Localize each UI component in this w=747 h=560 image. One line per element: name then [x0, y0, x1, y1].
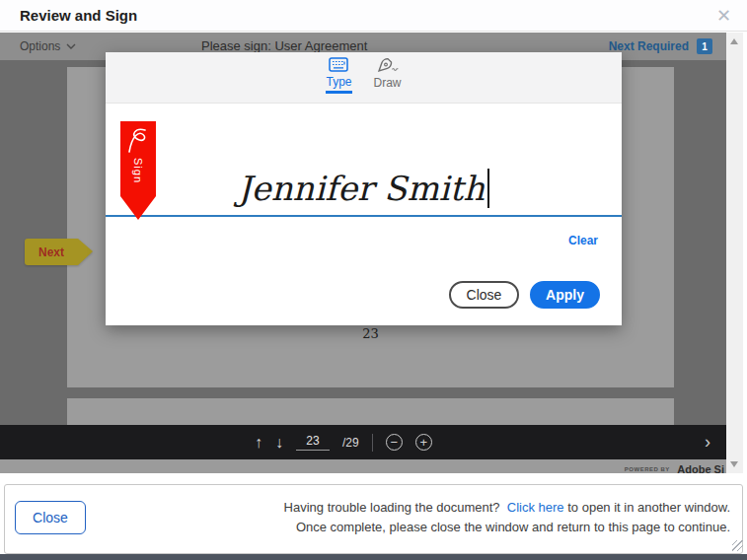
ribbon-point [120, 196, 156, 220]
click-here-link[interactable]: Click here [507, 500, 564, 515]
page-navigation: ↑ ↓ /29 − + [255, 425, 432, 459]
vertical-scrollbar[interactable] [726, 33, 743, 473]
tab-draw[interactable]: Draw [374, 57, 402, 103]
powered-by-strip: POWERED BY Adobe Si [0, 459, 726, 473]
signature-tabs: Type Draw [106, 52, 622, 104]
zoom-in-button[interactable]: + [415, 434, 432, 451]
adobe-logo-icon [125, 126, 151, 156]
options-menu[interactable]: Options [20, 33, 76, 60]
tab-type[interactable]: Type [326, 57, 351, 103]
window-bottom-edge [0, 554, 747, 560]
dialog-close-button[interactable]: Close [449, 281, 519, 309]
text-cursor [487, 169, 489, 208]
next-page-button[interactable]: ↓ [275, 435, 283, 451]
keyboard-icon [329, 57, 348, 72]
signature-dialog: Type Draw Sign Jennifer Smith Clear Clos… [106, 52, 622, 325]
footer-help-text: Having trouble loading the document? Cli… [284, 498, 730, 537]
footer-question: Having trouble loading the document? [284, 500, 500, 515]
window-close-icon[interactable]: ✕ [716, 5, 731, 27]
review-and-sign-window: Review and Sign ✕ Options Please sign: U… [0, 0, 747, 560]
next-field-tag[interactable]: Next [25, 239, 93, 265]
adobe-brand-label: Adobe Si [677, 463, 724, 473]
next-required-button[interactable]: Next Required 1 [609, 33, 712, 60]
window-title: Review and Sign [20, 7, 137, 24]
signature-input[interactable]: Jennifer Smith [106, 169, 622, 208]
next-required-label: Next Required [609, 39, 689, 53]
footer-panel: Close Having trouble loading the documen… [4, 484, 743, 554]
tab-draw-label: Draw [374, 76, 402, 95]
window-titlebar: Review and Sign ✕ [0, 0, 747, 32]
toolbar-divider [372, 434, 373, 452]
next-tag-arrow-icon [78, 239, 93, 265]
tab-type-label: Type [326, 75, 351, 94]
apply-button[interactable]: Apply [530, 281, 600, 309]
next-tag-label: Next [25, 239, 78, 265]
resize-handle-icon[interactable] [732, 540, 743, 551]
signature-baseline [106, 215, 622, 217]
footer-after-link: to open it in another window. [567, 500, 730, 515]
clear-link[interactable]: Clear [568, 234, 598, 247]
scrollbar-up-arrow-icon[interactable] [730, 38, 738, 44]
powered-by-label: POWERED BY [625, 466, 670, 472]
signature-text: Jennifer Smith [238, 169, 485, 208]
previous-page-button[interactable]: ↑ [255, 435, 262, 451]
page-number-label: 23 [67, 326, 674, 341]
ribbon-sign-label: Sign [132, 158, 144, 183]
scrollbar-down-arrow-icon[interactable] [730, 461, 738, 467]
chevron-down-icon [66, 43, 76, 49]
next-required-count-badge: 1 [697, 38, 712, 54]
pdf-controls-toolbar: ↑ ↓ /29 − + › [0, 425, 726, 459]
page-number-input[interactable] [296, 434, 330, 451]
more-tools-chevron-icon[interactable]: › [705, 432, 710, 452]
zoom-out-button[interactable]: − [386, 434, 403, 451]
footer-close-button[interactable]: Close [15, 501, 86, 534]
adobe-sign-ribbon: Sign [120, 121, 156, 220]
signature-dialog-actions: Close Apply [449, 281, 600, 309]
page-total-label: /29 [342, 436, 359, 450]
options-label: Options [20, 39, 60, 53]
footer-line2: Once complete, please close the window a… [296, 520, 730, 534]
pen-icon [377, 57, 399, 73]
ribbon-body: Sign [120, 121, 156, 196]
